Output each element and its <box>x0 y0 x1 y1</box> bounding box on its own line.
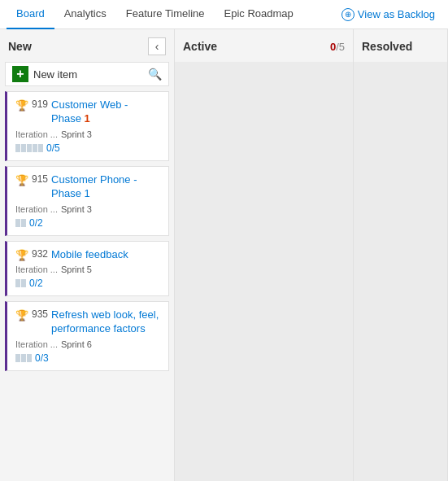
card-iteration-932: Iteration ... <box>15 265 58 274</box>
column-active: Active 0/5 <box>175 29 354 481</box>
tab-epic-roadmap[interactable]: Epic Roadmap <box>215 0 303 29</box>
progress-bar-932 <box>15 279 26 287</box>
card-iteration-935: Iteration ... <box>15 339 58 349</box>
card-iteration-915: Iteration ... <box>15 204 58 214</box>
progress-bar-915 <box>15 219 26 227</box>
view-backlog-label: View as Backlog <box>358 8 435 20</box>
column-new-header: New ‹ <box>0 29 174 62</box>
cards-area: 🏆 919 Customer Web - Phase 1 Iteration .… <box>0 91 174 481</box>
card-meta-932: Iteration ... Sprint 5 <box>15 265 160 274</box>
trophy-icon-932: 🏆 <box>15 249 28 261</box>
card-915[interactable]: 🏆 915 Customer Phone - Phase 1 Iteration… <box>5 166 169 236</box>
card-progress-919: 0/5 <box>46 142 60 154</box>
card-sprint-932: Sprint 5 <box>61 265 92 274</box>
card-sprint-935: Sprint 6 <box>61 339 92 349</box>
card-id-932: 932 <box>32 248 48 260</box>
card-sprint-919: Sprint 3 <box>61 129 92 139</box>
column-resolved-title: Resolved <box>362 40 412 53</box>
trophy-icon-919: 🏆 <box>15 99 28 112</box>
card-meta-935: Iteration ... Sprint 6 <box>15 339 160 349</box>
search-icon[interactable]: 🔍 <box>148 68 162 81</box>
card-title-935: Refresh web look, feel, performance fact… <box>51 308 160 336</box>
card-id-919: 919 <box>32 98 48 110</box>
board-container: New ‹ + New item 🔍 🏆 919 Customer Web - … <box>0 29 448 481</box>
card-title-919: Customer Web - Phase 1 <box>51 98 160 126</box>
collapse-new-button[interactable]: ‹ <box>148 37 166 55</box>
card-meta-919: Iteration ... Sprint 3 <box>15 129 160 139</box>
column-active-title: Active <box>183 40 217 53</box>
card-sprint-915: Sprint 3 <box>61 204 92 214</box>
column-new: New ‹ + New item 🔍 🏆 919 Customer Web - … <box>0 29 175 481</box>
card-932[interactable]: 🏆 932 Mobile feedback Iteration ... Spri… <box>5 241 169 297</box>
column-resolved: Resolved <box>354 29 448 481</box>
card-footer-932: 0/2 <box>15 278 160 289</box>
progress-bar-919 <box>15 144 43 152</box>
tab-board[interactable]: Board <box>7 0 54 29</box>
view-as-backlog-button[interactable]: ⊕ View as Backlog <box>335 5 441 24</box>
card-title-915: Customer Phone - Phase 1 <box>51 173 160 201</box>
card-935[interactable]: 🏆 935 Refresh web look, feel, performanc… <box>5 301 169 371</box>
resolved-column-content <box>354 62 447 481</box>
card-footer-915: 0/2 <box>15 217 160 229</box>
new-item-label[interactable]: New item <box>33 68 143 81</box>
card-footer-935: 0/3 <box>15 352 160 364</box>
column-active-count: 0/5 <box>330 41 345 53</box>
progress-bar-935 <box>15 354 32 362</box>
card-id-915: 915 <box>32 173 48 185</box>
card-progress-915: 0/2 <box>29 217 43 229</box>
top-nav: Board Analytics Feature Timeline Epic Ro… <box>0 0 448 29</box>
active-column-content <box>175 62 353 481</box>
new-item-bar[interactable]: + New item 🔍 <box>5 62 169 86</box>
card-919[interactable]: 🏆 919 Customer Web - Phase 1 Iteration .… <box>5 91 169 161</box>
new-item-plus-button[interactable]: + <box>12 66 28 82</box>
card-id-935: 935 <box>32 308 48 320</box>
trophy-icon-915: 🏆 <box>15 174 28 186</box>
column-new-title: New <box>8 40 32 53</box>
card-progress-932: 0/2 <box>29 278 43 289</box>
card-footer-919: 0/5 <box>15 142 160 154</box>
column-active-header: Active 0/5 <box>175 29 353 62</box>
card-meta-915: Iteration ... Sprint 3 <box>15 204 160 214</box>
tab-analytics[interactable]: Analytics <box>54 0 116 29</box>
backlog-circle-icon: ⊕ <box>341 8 354 21</box>
trophy-icon-935: 🏆 <box>15 309 28 321</box>
column-resolved-header: Resolved <box>354 29 447 62</box>
card-title-932: Mobile feedback <box>51 248 128 262</box>
card-iteration-919: Iteration ... <box>15 129 58 139</box>
card-progress-935: 0/3 <box>35 352 49 364</box>
tab-feature-timeline[interactable]: Feature Timeline <box>116 0 215 29</box>
